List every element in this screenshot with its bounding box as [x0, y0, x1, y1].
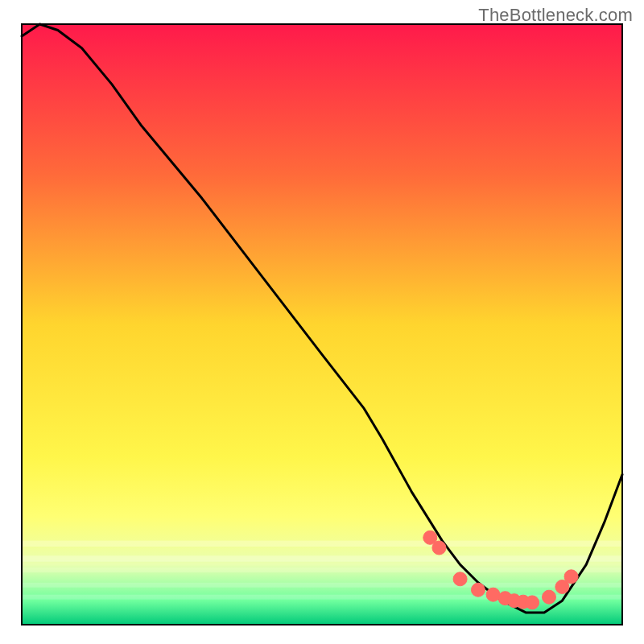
marker-point: [542, 590, 555, 604]
marker-point: [471, 583, 485, 597]
chart-svg: [0, 0, 644, 644]
marker-point: [526, 596, 539, 609]
marker-point: [432, 541, 446, 555]
gradient-band: [22, 583, 622, 588]
gradient-band: [22, 555, 622, 561]
marker-point: [564, 570, 578, 584]
gradient-band: [22, 541, 622, 547]
heat-gradient: [22, 24, 622, 625]
chart-container: TheBottleneck.com: [0, 0, 644, 644]
marker-point: [453, 572, 467, 586]
gradient-band: [22, 568, 622, 572]
attribution-text: TheBottleneck.com: [478, 5, 633, 26]
marker-point: [486, 588, 500, 601]
